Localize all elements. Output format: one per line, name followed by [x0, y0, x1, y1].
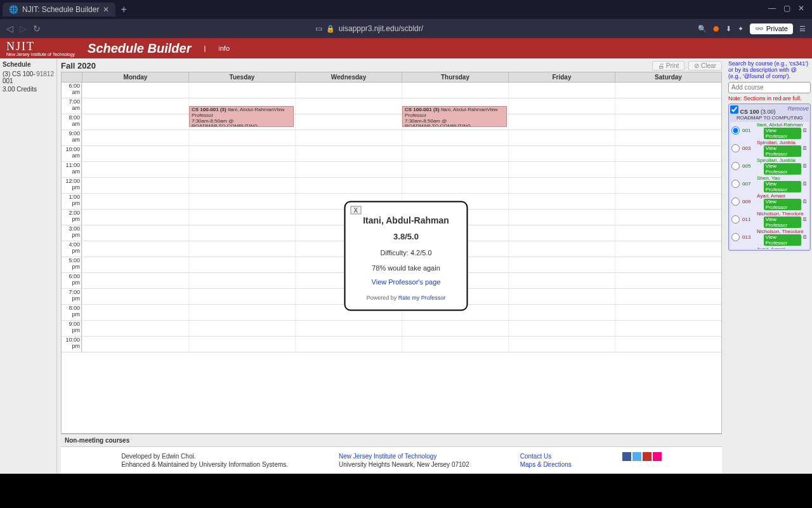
view-professor-button[interactable]: View Professor	[764, 181, 801, 192]
section-prof: Itani, Abdul-Rahman	[757, 122, 803, 128]
browser-tab[interactable]: 🌐 NJIT: Schedule Builder ✕	[3, 3, 115, 17]
view-professor-button[interactable]: View Professor	[764, 217, 801, 228]
calendar-cell	[615, 178, 721, 193]
time-label: 10:00 am	[62, 146, 82, 161]
modal-again: 78% would take again	[358, 264, 454, 272]
social-icons	[622, 452, 662, 469]
view-professor-button[interactable]: View Professor	[764, 199, 801, 210]
view-professor-button[interactable]: View Professor	[764, 163, 801, 175]
calendar-icon[interactable]: 🗓	[802, 145, 808, 151]
njit-logo: NJIT New Jersey Institute of Technology	[6, 40, 75, 57]
calendar-icon[interactable]: 🗓	[802, 199, 808, 204]
calendar-icon[interactable]: 🗓	[802, 234, 808, 240]
section-radio[interactable]	[731, 162, 740, 170]
njit-link[interactable]: New Jersey Institute of Technology	[339, 453, 436, 460]
section-row[interactable]: 013Nicholson, TheodoreView Professor🗓	[730, 229, 809, 246]
calendar-cell	[82, 257, 188, 272]
course-card: CS 100 (3.00) Remove ROADMAP TO COMPUTIN…	[728, 104, 811, 251]
view-professor-button[interactable]: View Professor	[764, 145, 801, 157]
calendar-cell	[508, 225, 615, 241]
forward-button[interactable]: ▷	[20, 23, 27, 34]
print-button[interactable]: 🖨 Print	[652, 61, 684, 70]
calendar-cell	[82, 162, 188, 177]
new-tab-button[interactable]: +	[121, 4, 126, 15]
calendar-icon[interactable]: 🗓	[802, 128, 808, 133]
flickr-icon[interactable]	[653, 452, 662, 461]
calendar-cell	[508, 210, 615, 225]
section-radio[interactable]	[731, 180, 740, 188]
calendar-cell	[508, 289, 615, 304]
rmp-source-link[interactable]: Rate my Professor	[398, 295, 446, 301]
facebook-icon[interactable]	[622, 452, 631, 461]
search-input[interactable]	[729, 84, 812, 91]
section-radio[interactable]	[731, 215, 740, 224]
back-button[interactable]: ◁	[6, 23, 13, 34]
full-note: Note: Sections in red are full.	[728, 95, 811, 102]
section-row[interactable]: 001Itani, Abdul-RahmanView Professor🗓	[730, 122, 809, 140]
section-row[interactable]: 011Nicholson, TheodoreView Professor🗓	[730, 211, 809, 229]
section-number: 011	[742, 217, 755, 222]
calendar-icon[interactable]: 🗓	[802, 181, 808, 187]
zoom-icon[interactable]: 🔍	[698, 25, 707, 33]
close-window-icon[interactable]: ✕	[798, 4, 804, 13]
calendar-cell	[188, 305, 295, 320]
section-row[interactable]: 015Ayad, AmaniView Professor🗓	[730, 246, 809, 249]
view-professor-button[interactable]: View Professor	[764, 128, 801, 139]
maximize-icon[interactable]: ▢	[783, 4, 790, 13]
calendar-cell	[188, 241, 295, 257]
section-number: 001	[742, 128, 755, 133]
section-radio[interactable]	[731, 126, 740, 135]
section-row[interactable]: 007Shen, YaoView Professor🗓	[730, 175, 809, 193]
clear-button[interactable]: ⊘ Clear	[688, 61, 722, 70]
modal-close-button[interactable]: X	[351, 206, 362, 215]
section-row[interactable]: 005Spirollari, JunildaView Professor🗓	[730, 157, 809, 175]
schedule-item[interactable]: (3) CS 100-001 91812	[3, 70, 54, 84]
close-tab-icon[interactable]: ✕	[103, 5, 109, 14]
info-link[interactable]: info	[218, 44, 230, 52]
maps-link[interactable]: Maps & Directions	[520, 461, 572, 468]
calendar-cell	[508, 83, 615, 98]
remove-course[interactable]: Remove	[787, 105, 809, 115]
section-row[interactable]: 003Spirollari, JunildaView Professor🗓	[730, 140, 809, 157]
calendar-cell	[615, 194, 721, 209]
calendar-cell	[402, 337, 508, 352]
menu-icon[interactable]: ☰	[799, 25, 806, 33]
search-box[interactable]: 🔍	[728, 82, 811, 93]
reload-button[interactable]: ↻	[33, 23, 41, 34]
youtube-icon[interactable]	[643, 452, 652, 461]
calendar-icon[interactable]: 🗓	[802, 163, 808, 169]
calendar-icon[interactable]: 🗓	[802, 217, 808, 222]
minimize-icon[interactable]: —	[768, 4, 776, 13]
extensions-icon[interactable]: ✦	[738, 25, 743, 33]
calendar-cell	[508, 98, 615, 114]
window-controls[interactable]: — ▢ ✕	[761, 0, 812, 17]
calendar-cell	[508, 114, 615, 130]
section-radio[interactable]	[731, 197, 740, 206]
time-label: 10:00 pm	[62, 337, 82, 352]
private-badge: 👓 Private	[750, 23, 793, 34]
calendar-cell: CS 100-001 (3) Itani, Abdul-RahmanView P…	[188, 98, 295, 114]
calendar-cell	[402, 83, 508, 98]
course-checkbox[interactable]	[730, 105, 738, 114]
download-icon[interactable]: ⬇	[726, 25, 731, 33]
modal-rmp-link[interactable]: View Professor's page	[358, 278, 454, 286]
view-professor-button[interactable]: View Professor	[764, 234, 801, 246]
calendar-cell	[188, 130, 295, 145]
bookmark-icon[interactable]: ▭	[315, 24, 322, 33]
url-field[interactable]: ▭ 🔒 uisapppr3.njit.edu/scbldr/	[47, 24, 691, 33]
calendar-cell	[188, 162, 295, 177]
twitter-icon[interactable]	[632, 452, 641, 461]
non-meeting-label: Non-meeting courses	[61, 434, 722, 446]
section-radio[interactable]	[731, 144, 740, 152]
section-number: 005	[742, 163, 755, 169]
section-row[interactable]: 009Ayad, AmaniView Professor🗓	[730, 193, 809, 211]
term-label: Fall 2020	[61, 61, 96, 70]
time-label: 9:00 pm	[62, 321, 82, 336]
section-prof: Spirollari, Junilda	[757, 140, 796, 145]
day-header: Friday	[508, 72, 615, 82]
contact-link[interactable]: Contact Us	[520, 453, 551, 460]
calendar-cell	[82, 289, 188, 304]
section-radio[interactable]	[731, 233, 740, 241]
time-label: 9:00 am	[62, 130, 82, 145]
shield-icon[interactable]: ⬣	[713, 25, 719, 33]
